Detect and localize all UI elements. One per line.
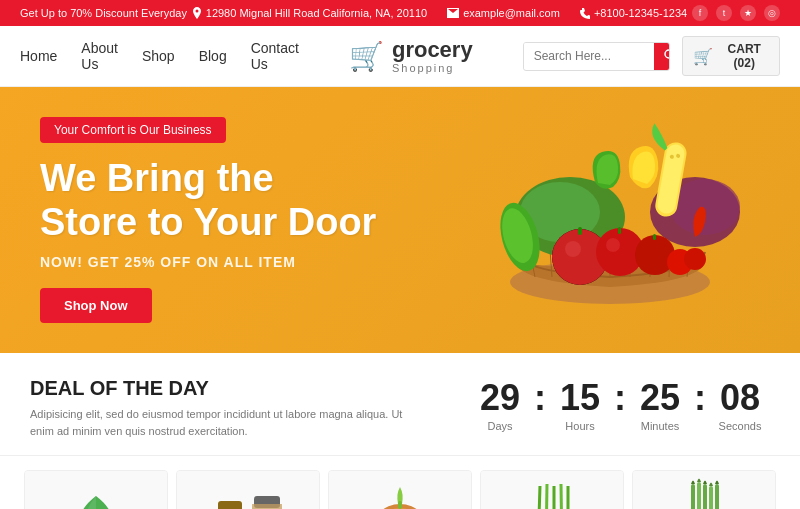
address-text: 12980 Mignal Hill Road California, NA, 2… <box>206 7 427 19</box>
svg-rect-27 <box>618 227 621 234</box>
minutes-number: 25 <box>630 380 690 416</box>
countdown-minutes: 25 Minutes <box>630 380 690 432</box>
sep3: : <box>690 377 710 419</box>
email-info: example@mail.com <box>447 7 560 19</box>
hero-subtitle: NOW! GET 25% OFF ON ALL ITEM <box>40 254 460 270</box>
product-image-1 <box>25 471 167 509</box>
product-card-3 <box>328 470 472 509</box>
svg-line-51 <box>546 484 547 509</box>
hours-number: 15 <box>550 380 610 416</box>
hero-image <box>440 97 780 307</box>
seconds-number: 08 <box>710 380 770 416</box>
nav-links: Home About Us Shop Blog Contact Us <box>20 40 299 72</box>
logo: 🛒 grocery Shopping <box>299 38 523 74</box>
promo-text: Get Up to 70% Discount Everyday <box>20 7 187 19</box>
product-card-5 <box>632 470 776 509</box>
countdown-timer: 29 Days : 15 Hours : 25 Minutes : 08 Sec… <box>470 377 770 435</box>
product-image-4 <box>481 471 623 509</box>
contact-info: 12980 Mignal Hill Road California, NA, 2… <box>192 7 687 19</box>
hours-label: Hours <box>550 420 610 432</box>
svg-line-53 <box>561 484 562 509</box>
svg-point-24 <box>606 238 620 252</box>
hero-title-line1: We Bring the <box>40 157 274 199</box>
cart-icon: 🛒 <box>693 47 713 66</box>
logo-icon: 🛒 <box>349 40 384 73</box>
svg-point-0 <box>665 50 671 58</box>
nav-contact[interactable]: Contact Us <box>251 40 299 72</box>
deal-description: Adipisicing elit, sed do eiusmod tempor … <box>30 406 410 439</box>
sep1: : <box>530 377 550 419</box>
product-image-5 <box>633 471 775 509</box>
nav-about[interactable]: About Us <box>81 40 118 72</box>
svg-line-50 <box>538 486 540 509</box>
days-number: 29 <box>470 380 530 416</box>
onion-svg <box>360 479 440 509</box>
whatsapp-icon[interactable]: ◎ <box>764 5 780 21</box>
days-label: Days <box>470 420 530 432</box>
product-card-4 <box>480 470 624 509</box>
minutes-label: Minutes <box>630 420 690 432</box>
product-card-2: preserve artisan Add To Cart <box>176 470 320 509</box>
twitter-icon[interactable]: t <box>716 5 732 21</box>
search-box <box>523 42 671 71</box>
hero-content: Your Comfort is Our Business We Bring th… <box>40 117 460 323</box>
svg-rect-28 <box>653 234 656 240</box>
phone-text: +8100-12345-1234 <box>594 7 687 19</box>
jars-svg: preserve artisan <box>208 479 288 509</box>
nav-shop[interactable]: Shop <box>142 48 175 64</box>
deal-info: DEAL OF THE DAY Adipisicing elit, sed do… <box>30 377 410 439</box>
svg-rect-41 <box>252 504 282 509</box>
green-onion-svg <box>512 476 592 509</box>
address-info: 12980 Mignal Hill Road California, NA, 2… <box>192 7 427 19</box>
svg-point-22 <box>565 241 581 257</box>
search-input[interactable] <box>524 43 654 69</box>
asparagus-svg <box>669 474 739 509</box>
sep2: : <box>610 377 630 419</box>
top-bar: Get Up to 70% Discount Everyday 12980 Mi… <box>0 0 800 26</box>
countdown-days: 29 Days <box>470 380 530 432</box>
logo-title: grocery <box>392 38 473 62</box>
leafy-greens-svg <box>56 476 136 509</box>
hero-badge: Your Comfort is Our Business <box>40 117 226 143</box>
deal-section: DEAL OF THE DAY Adipisicing elit, sed do… <box>0 353 800 456</box>
logo-subtitle: Shopping <box>392 62 473 74</box>
hero-vegetables-svg <box>440 97 780 307</box>
svg-point-30 <box>684 248 706 270</box>
navbar: Home About Us Shop Blog Contact Us 🛒 gro… <box>0 26 800 87</box>
star-icon[interactable]: ★ <box>740 5 756 21</box>
svg-rect-69 <box>715 484 719 509</box>
cart-button[interactable]: 🛒 CART (02) <box>682 36 780 76</box>
hero-title-line2: Store to Your Door <box>40 201 376 243</box>
nav-blog[interactable]: Blog <box>199 48 227 64</box>
product-image-3 <box>329 471 471 509</box>
logo-text: grocery Shopping <box>392 38 473 74</box>
svg-rect-67 <box>703 484 707 509</box>
products-row: preserve artisan Add To Cart <box>0 456 800 509</box>
cart-label: CART (02) <box>719 42 769 70</box>
email-text: example@mail.com <box>463 7 560 19</box>
deal-title: DEAL OF THE DAY <box>30 377 410 400</box>
svg-rect-36 <box>218 501 242 509</box>
facebook-icon[interactable]: f <box>692 5 708 21</box>
svg-rect-68 <box>709 486 713 509</box>
promo-text-area: Get Up to 70% Discount Everyday <box>20 7 187 19</box>
hero-section: Your Comfort is Our Business We Bring th… <box>0 87 800 353</box>
product-image-2: preserve artisan Add To Cart <box>177 471 319 509</box>
phone-info: +8100-12345-1234 <box>580 7 687 19</box>
svg-rect-26 <box>578 227 582 235</box>
svg-rect-66 <box>697 482 701 509</box>
svg-point-25 <box>635 235 675 275</box>
social-icons: f t ★ ◎ <box>692 5 780 21</box>
product-card-1 <box>24 470 168 509</box>
search-button[interactable] <box>654 43 671 70</box>
hero-title: We Bring the Store to Your Door <box>40 157 460 244</box>
seconds-label: Seconds <box>710 420 770 432</box>
nav-home[interactable]: Home <box>20 48 57 64</box>
svg-rect-48 <box>398 501 402 509</box>
svg-rect-65 <box>691 484 695 509</box>
nav-right: 🛒 CART (02) <box>523 36 780 76</box>
countdown-seconds: 08 Seconds <box>710 380 770 432</box>
countdown-hours: 15 Hours <box>550 380 610 432</box>
hero-cta-button[interactable]: Shop Now <box>40 288 152 323</box>
